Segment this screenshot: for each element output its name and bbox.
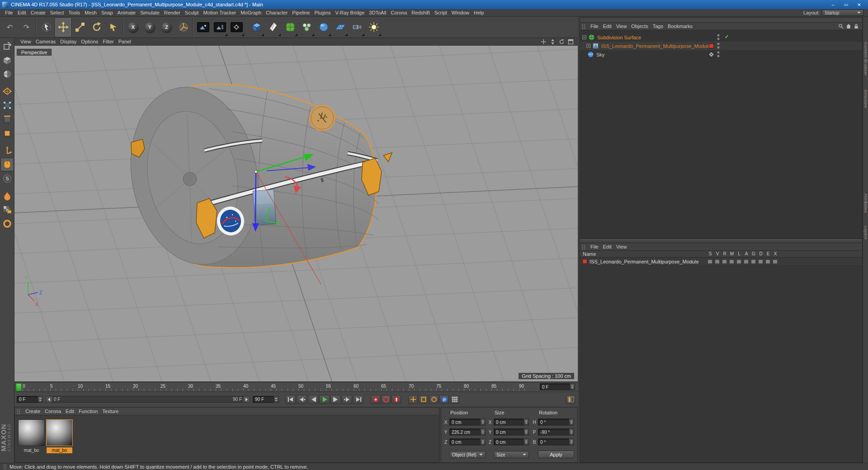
subdivision-surface-button[interactable]	[282, 18, 298, 37]
workplane-snap-button[interactable]	[0, 189, 14, 202]
environment-button[interactable]	[315, 18, 332, 37]
menu-corona[interactable]: Corona	[388, 9, 409, 16]
timeline-ruler[interactable]: 0 5 10 15 20 25 30 35 40 45 50 55 60 65 …	[14, 382, 578, 392]
autokey-button[interactable]	[381, 395, 391, 404]
col-generators[interactable]: G	[750, 251, 757, 256]
model-mode-button[interactable]	[0, 53, 14, 67]
object-row-iss-module[interactable]: + ISS_Leonardo_Permanent_Multipurpose_Mo…	[580, 42, 862, 50]
edges-mode-button[interactable]	[0, 113, 14, 126]
col-animation[interactable]: A	[743, 251, 750, 256]
polygons-mode-button[interactable]	[0, 127, 14, 140]
layer-toggle[interactable]	[751, 260, 755, 263]
key-pla-button[interactable]	[450, 395, 459, 404]
menu-mesh[interactable]: Mesh	[82, 9, 99, 16]
keying-settings-button[interactable]	[392, 395, 401, 404]
render-picture-viewer-button[interactable]	[212, 18, 228, 37]
prev-key-button[interactable]	[297, 395, 307, 404]
pos-y-spinner[interactable]	[480, 429, 485, 435]
render-view-button[interactable]	[195, 18, 212, 37]
layer-toggle[interactable]	[737, 260, 741, 263]
material-thumbnail[interactable]	[19, 420, 44, 446]
layer-toggle[interactable]	[715, 260, 719, 263]
rot-p-field[interactable]: -90 °	[538, 428, 574, 436]
coordinate-system-button[interactable]	[175, 18, 192, 37]
menu-simulate[interactable]: Simulate	[138, 9, 162, 16]
light-button[interactable]	[365, 18, 382, 37]
col-xref[interactable]: X	[772, 251, 778, 256]
menu-tools[interactable]: Tools	[66, 9, 82, 16]
search-icon[interactable]	[838, 24, 844, 29]
range-end-spinner[interactable]	[274, 396, 278, 403]
3d-viewport[interactable]: Perspective	[14, 46, 578, 381]
prev-frame-button[interactable]	[308, 395, 318, 404]
rot-h-spinner[interactable]	[569, 419, 574, 425]
timeline-tick[interactable]: 65	[381, 384, 386, 389]
panel-grip-icon[interactable]	[582, 24, 586, 29]
menu-vray-bridge[interactable]: V-Ray Bridge	[333, 9, 367, 16]
menu-sculpt[interactable]: Sculpt	[183, 9, 201, 16]
mat-menu-create[interactable]: Create	[23, 408, 42, 414]
menu-file[interactable]: File	[3, 9, 15, 16]
module-mesh[interactable]	[116, 76, 392, 275]
om-menu-view[interactable]: View	[614, 23, 629, 29]
object-name[interactable]: Subdivision Surface	[597, 35, 641, 40]
rotate-tool-button[interactable]	[88, 18, 105, 37]
timeline-tick[interactable]: 15	[105, 384, 110, 389]
frame-spinner[interactable]	[570, 384, 575, 390]
rot-h-field[interactable]: 0 °	[538, 418, 574, 426]
menu-create[interactable]: Create	[28, 9, 48, 16]
next-key-button[interactable]	[342, 395, 352, 404]
layer-color-swatch[interactable]	[583, 259, 587, 263]
size-y-field[interactable]: 0 cm	[494, 428, 529, 436]
timeline-tick[interactable]: 20	[133, 384, 138, 389]
timeline-tick[interactable]: 75	[436, 384, 441, 389]
object-name[interactable]: ISS_Leonardo_Permanent_Multipurpose_Modu…	[601, 43, 711, 49]
menu-edit[interactable]: Edit	[15, 9, 28, 16]
lock-x-axis-button[interactable]: X	[125, 18, 142, 37]
range-end-field[interactable]: 90 F	[253, 396, 279, 403]
lm-menu-edit[interactable]: Edit	[601, 244, 614, 250]
key-parameter-button[interactable]: P	[439, 395, 449, 404]
record-keyframe-button[interactable]	[371, 395, 380, 404]
close-button[interactable]: ✕	[853, 0, 866, 9]
goto-start-button[interactable]	[285, 395, 296, 404]
visibility-dots[interactable]	[717, 34, 720, 40]
home-icon[interactable]	[846, 24, 851, 29]
live-selection-button[interactable]	[38, 18, 55, 37]
next-frame-button[interactable]	[330, 395, 341, 404]
layer-toggle[interactable]	[708, 260, 712, 263]
timeline-tick[interactable]: 70	[409, 384, 414, 389]
pos-x-spinner[interactable]	[480, 419, 485, 425]
panel-grip-icon[interactable]	[582, 244, 586, 249]
om-menu-objects[interactable]: Objects	[629, 23, 650, 29]
range-start-field[interactable]: 0 F	[17, 396, 43, 403]
timeline-tick[interactable]: 40	[243, 384, 248, 389]
array-modifier-button[interactable]	[298, 18, 315, 37]
gizmo-z-axis[interactable]	[255, 172, 256, 224]
col-manager[interactable]: M	[729, 251, 735, 256]
points-mode-button[interactable]	[0, 99, 14, 112]
lock-z-axis-button[interactable]: Z	[158, 18, 175, 37]
range-left-grip[interactable]	[46, 396, 52, 402]
make-editable-button[interactable]	[0, 39, 14, 53]
minimize-button[interactable]: –	[826, 0, 840, 9]
vp-menu-filter[interactable]: Filter	[100, 38, 116, 45]
pos-x-field[interactable]: 0 cm	[449, 418, 486, 426]
texture-tag-icon[interactable]	[709, 52, 713, 56]
menu-help[interactable]: Help	[472, 9, 486, 16]
lm-menu-file[interactable]: File	[588, 244, 601, 250]
play-button[interactable]	[319, 395, 330, 404]
vp-menu-panel[interactable]: Panel	[116, 38, 133, 45]
scene-canvas[interactable]: Y Z X	[14, 46, 578, 381]
vp-menu-cameras[interactable]: Cameras	[33, 38, 58, 45]
object-row-sky[interactable]: Sky	[580, 50, 862, 59]
undo-button[interactable]: ↶	[1, 18, 18, 37]
size-z-field[interactable]: 0 cm	[494, 438, 529, 446]
vp-menu-view[interactable]: View	[18, 38, 33, 45]
dock-splitter[interactable]	[580, 239, 862, 243]
layer-color-swatch[interactable]	[709, 44, 713, 48]
menu-pipeline[interactable]: Pipeline	[290, 9, 312, 16]
tab-attributes[interactable]: Attributes	[863, 193, 868, 213]
timeline-tick[interactable]: 55	[326, 384, 331, 389]
menu-window[interactable]: Window	[449, 9, 472, 16]
